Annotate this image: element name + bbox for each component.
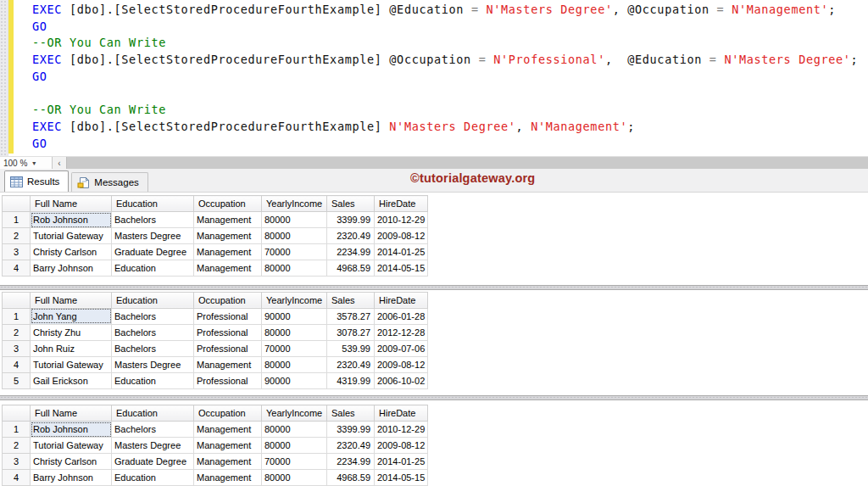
grid-cell[interactable]: Management <box>194 212 262 228</box>
grid-cell[interactable]: 2014-01-25 <box>375 244 428 260</box>
grid-cell[interactable]: 2014-05-15 <box>375 260 428 277</box>
grid-cell[interactable]: Masters Degree <box>112 356 194 372</box>
horizontal-scrollbar[interactable] <box>66 157 868 169</box>
grid-cell[interactable]: Rob Johnson <box>31 212 112 228</box>
grid-cell[interactable]: Bachelors <box>112 212 194 228</box>
row-number[interactable]: 3 <box>3 454 31 470</box>
grid-cell[interactable]: John Ruiz <box>31 340 112 356</box>
grid-cell[interactable]: 80000 <box>262 212 327 228</box>
row-number[interactable]: 4 <box>3 470 31 486</box>
result-grid-1[interactable]: Full NameEducationOccupationYearlyIncome… <box>2 195 428 277</box>
grid-cell[interactable]: 90000 <box>262 308 327 324</box>
column-header[interactable]: YearlyIncome <box>262 196 327 212</box>
column-header[interactable]: Sales <box>327 405 375 422</box>
grid-cell[interactable]: 4968.59 <box>327 260 375 277</box>
grid-cell[interactable]: 2009-08-12 <box>375 228 428 244</box>
grid-cell[interactable]: 2234.99 <box>327 454 375 470</box>
grid-cell[interactable]: Professional <box>194 372 262 388</box>
grid-cell[interactable]: 3399.99 <box>327 212 375 228</box>
query-editor[interactable]: EXEC [dbo].[SelectStoredProcedureFourthE… <box>0 0 868 156</box>
grid-cell[interactable]: Masters Degree <box>112 228 194 244</box>
row-number[interactable]: 2 <box>3 438 31 454</box>
grid-cell[interactable]: Christy Carlson <box>31 244 112 260</box>
grid-cell[interactable]: Management <box>194 356 262 372</box>
grid-cell[interactable]: 2010-12-29 <box>375 422 428 438</box>
column-header[interactable]: HireDate <box>375 292 428 308</box>
grid-cell[interactable]: Education <box>112 470 194 486</box>
grid-cell[interactable]: Bachelors <box>112 422 194 438</box>
result-grid-3[interactable]: Full NameEducationOccupationYearlyIncome… <box>2 405 428 486</box>
grid-cell[interactable]: 2009-08-12 <box>375 438 428 454</box>
row-number[interactable]: 5 <box>3 372 31 388</box>
column-header[interactable]: Full Name <box>31 196 112 212</box>
grid-cell[interactable]: 2006-01-28 <box>375 308 428 324</box>
grid-cell[interactable]: Education <box>112 260 194 277</box>
column-header[interactable]: Occupation <box>194 405 262 422</box>
row-number[interactable]: 1 <box>3 422 31 438</box>
grid-cell[interactable]: Tutorial Gateway <box>31 228 112 244</box>
column-header[interactable]: Education <box>112 196 194 212</box>
grid-cell[interactable]: Masters Degree <box>112 438 194 454</box>
column-header[interactable]: Full Name <box>31 405 112 422</box>
grid-cell[interactable]: 2006-10-02 <box>375 372 428 388</box>
column-header[interactable]: Full Name <box>31 292 112 308</box>
grid-cell[interactable]: 80000 <box>262 324 327 340</box>
grid-cell[interactable]: Tutorial Gateway <box>31 356 112 372</box>
grid-cell[interactable]: John Yang <box>31 308 112 324</box>
tab-results[interactable]: Results <box>4 170 69 192</box>
row-number[interactable]: 1 <box>3 308 31 324</box>
grid-cell[interactable]: Christy Zhu <box>31 324 112 340</box>
column-header[interactable]: Sales <box>327 292 375 308</box>
grid-cell[interactable]: Management <box>194 260 262 277</box>
tab-messages[interactable]: Messages <box>71 172 147 192</box>
column-header[interactable]: Occupation <box>194 292 262 308</box>
grid-cell[interactable]: Graduate Degree <box>112 244 194 260</box>
grid-cell[interactable]: Education <box>112 372 194 388</box>
grid-cell[interactable]: 80000 <box>262 228 327 244</box>
grid-corner[interactable] <box>3 405 31 422</box>
row-number[interactable]: 3 <box>3 244 31 260</box>
row-number[interactable]: 3 <box>3 340 31 356</box>
grid-cell[interactable]: 4319.99 <box>327 372 375 388</box>
grid-corner[interactable] <box>3 292 31 308</box>
column-header[interactable]: HireDate <box>375 196 428 212</box>
result-grid-2[interactable]: Full NameEducationOccupationYearlyIncome… <box>2 292 428 389</box>
grid-cell[interactable]: 80000 <box>262 260 327 277</box>
grid-cell[interactable]: 4968.59 <box>327 470 375 486</box>
row-number[interactable]: 2 <box>3 228 31 244</box>
grid-cell[interactable]: Management <box>194 454 262 470</box>
grid-corner[interactable] <box>3 196 31 212</box>
row-number[interactable]: 4 <box>3 356 31 372</box>
grid-cell[interactable]: 539.99 <box>327 340 375 356</box>
grid-cell[interactable]: Bachelors <box>112 308 194 324</box>
grid-cell[interactable]: Bachelors <box>112 340 194 356</box>
column-header[interactable]: Education <box>112 405 194 422</box>
grid-cell[interactable]: 70000 <box>262 244 327 260</box>
grid-cell[interactable]: 80000 <box>262 356 327 372</box>
column-header[interactable]: YearlyIncome <box>262 405 327 422</box>
grid-cell[interactable]: Management <box>194 470 262 486</box>
grid-cell[interactable]: 2009-08-12 <box>375 356 428 372</box>
column-header[interactable]: Occupation <box>194 196 262 212</box>
grid-cell[interactable]: 2014-01-25 <box>375 454 428 470</box>
grid-cell[interactable]: 3399.99 <box>327 422 375 438</box>
grid-cell[interactable]: 2320.49 <box>327 228 375 244</box>
grid-cell[interactable]: 70000 <box>262 454 327 470</box>
grid-cell[interactable]: 2014-05-15 <box>375 470 428 486</box>
grid-cell[interactable]: Gail Erickson <box>31 372 112 388</box>
grid-cell[interactable]: Christy Carlson <box>31 454 112 470</box>
row-number[interactable]: 1 <box>3 212 31 228</box>
grid-cell[interactable]: 2320.49 <box>327 356 375 372</box>
grid-cell[interactable]: 3578.27 <box>327 308 375 324</box>
row-number[interactable]: 4 <box>3 260 31 277</box>
grid-cell[interactable]: 2012-12-28 <box>375 324 428 340</box>
grid-cell[interactable]: Management <box>194 244 262 260</box>
grid-cell[interactable]: 70000 <box>262 340 327 356</box>
column-header[interactable]: Sales <box>327 196 375 212</box>
column-header[interactable]: Education <box>112 292 194 308</box>
grid-cell[interactable]: 90000 <box>262 372 327 388</box>
grid-cell[interactable]: Professional <box>194 308 262 324</box>
grid-cell[interactable]: Professional <box>194 324 262 340</box>
row-number[interactable]: 2 <box>3 324 31 340</box>
grid-cell[interactable]: Barry Johnson <box>31 260 112 277</box>
